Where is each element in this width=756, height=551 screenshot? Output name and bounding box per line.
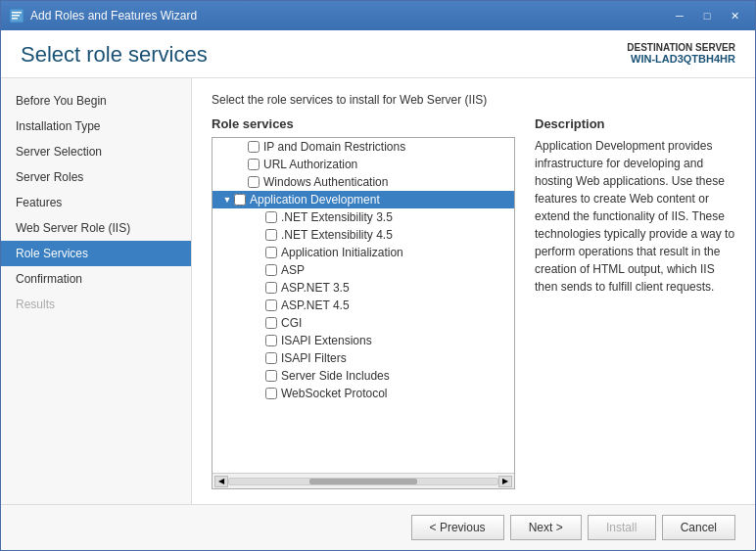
window-title: Add Roles and Features Wizard <box>30 9 197 23</box>
expand-icon <box>252 316 265 330</box>
sidebar-item-web-server-role[interactable]: Web Server Role (IIS) <box>1 215 191 241</box>
install-button: Install <box>588 515 656 540</box>
checkbox-aspnet-45[interactable] <box>265 299 277 311</box>
item-label: Windows Authentication <box>263 175 388 189</box>
sidebar-item-before-you-begin[interactable]: Before You Begin <box>1 88 191 114</box>
list-item[interactable]: ASP <box>213 261 514 279</box>
expand-icon <box>234 158 248 171</box>
checkbox-app-init[interactable] <box>265 247 277 258</box>
list-item[interactable]: Application Initialization <box>213 244 514 261</box>
svg-rect-2 <box>12 15 20 17</box>
sidebar-item-installation-type[interactable]: Installation Type <box>1 114 191 139</box>
window-controls: ─ □ ✕ <box>667 6 747 25</box>
role-services-list-scroll[interactable]: IP and Domain Restrictions URL Authoriza… <box>213 138 514 473</box>
expand-icon <box>252 351 265 365</box>
description-text: Application Development provides infrast… <box>535 137 735 296</box>
list-item[interactable]: ISAPI Filters <box>213 349 514 367</box>
horizontal-scrollbar[interactable]: ◀ ▶ <box>213 473 514 488</box>
scroll-right-button[interactable]: ▶ <box>498 476 512 487</box>
item-label: ASP.NET 4.5 <box>281 298 350 312</box>
checkbox-isapi-ext[interactable] <box>265 335 277 346</box>
list-item[interactable]: ASP.NET 4.5 <box>213 297 514 314</box>
sidebar-item-role-services[interactable]: Role Services <box>1 241 191 266</box>
checkbox-ip-domain[interactable] <box>248 141 260 153</box>
maximize-button[interactable]: □ <box>694 6 720 25</box>
checkbox-net-ext-45[interactable] <box>265 229 277 241</box>
checkbox-isapi-filters[interactable] <box>265 352 277 364</box>
expand-icon <box>252 387 265 400</box>
scroll-left-button[interactable]: ◀ <box>214 476 228 487</box>
content-area: Select the role services to install for … <box>192 78 755 504</box>
server-info: DESTINATION SERVER WIN-LAD3QTBH4HR <box>627 42 735 65</box>
item-label: URL Authorization <box>263 158 357 171</box>
checkbox-aspnet-35[interactable] <box>265 282 277 294</box>
list-item[interactable]: IP and Domain Restrictions <box>213 138 514 156</box>
list-item[interactable]: WebSocket Protocol <box>213 385 514 402</box>
item-label: ISAPI Extensions <box>281 334 372 347</box>
server-label: DESTINATION SERVER <box>627 42 735 53</box>
list-item[interactable]: CGI <box>213 314 514 332</box>
role-services-label: Role services <box>212 116 515 131</box>
server-name: WIN-LAD3QTBH4HR <box>627 53 735 65</box>
description-label: Description <box>535 116 735 131</box>
list-item[interactable]: URL Authorization <box>213 156 514 173</box>
sidebar-item-confirmation[interactable]: Confirmation <box>1 266 191 292</box>
minimize-button[interactable]: ─ <box>667 6 692 25</box>
checkbox-net-ext-35[interactable] <box>265 211 277 223</box>
item-label: Server Side Includes <box>281 369 390 383</box>
item-label: ISAPI Filters <box>281 351 347 365</box>
checkbox-server-side-includes[interactable] <box>265 370 277 382</box>
checkbox-asp[interactable] <box>265 264 277 276</box>
list-item[interactable]: .NET Extensibility 4.5 <box>213 226 514 244</box>
list-item[interactable]: .NET Extensibility 3.5 <box>213 208 514 226</box>
list-item-app-dev[interactable]: ▼ Application Development <box>213 191 514 208</box>
sidebar-item-features[interactable]: Features <box>1 190 191 215</box>
list-item[interactable]: ASP.NET 3.5 <box>213 279 514 297</box>
expand-icon <box>252 246 265 259</box>
svg-rect-3 <box>12 18 18 20</box>
main-window: Add Roles and Features Wizard ─ □ ✕ Sele… <box>0 0 756 551</box>
footer: < Previous Next > Install Cancel <box>1 504 755 550</box>
sidebar-item-server-roles[interactable]: Server Roles <box>1 164 191 190</box>
page-title: Select role services <box>21 42 208 68</box>
app-icon <box>9 8 24 23</box>
close-button[interactable]: ✕ <box>722 6 747 25</box>
previous-button[interactable]: < Previous <box>411 515 504 540</box>
item-label: IP and Domain Restrictions <box>263 140 405 154</box>
list-item[interactable]: Server Side Includes <box>213 367 514 385</box>
list-item[interactable]: ISAPI Extensions <box>213 332 514 349</box>
item-label: ASP <box>281 263 305 277</box>
item-label: ASP.NET 3.5 <box>281 281 350 295</box>
sidebar-item-server-selection[interactable]: Server Selection <box>1 139 191 164</box>
item-label: WebSocket Protocol <box>281 387 388 400</box>
item-label: .NET Extensibility 4.5 <box>281 228 393 242</box>
list-item[interactable]: Windows Authentication <box>213 173 514 191</box>
scroll-thumb[interactable] <box>309 479 417 484</box>
role-services-panel: Role services IP and Domain Restrictions <box>212 116 515 489</box>
expand-icon <box>252 228 265 242</box>
item-label: .NET Extensibility 3.5 <box>281 210 393 224</box>
title-bar: Add Roles and Features Wizard ─ □ ✕ <box>1 1 755 30</box>
item-label: Application Initialization <box>281 246 403 259</box>
item-label: CGI <box>281 316 302 330</box>
next-button[interactable]: Next > <box>510 515 582 540</box>
checkbox-websocket[interactable] <box>265 388 277 399</box>
scroll-track[interactable] <box>228 478 498 485</box>
content-intro: Select the role services to install for … <box>212 93 735 107</box>
page-header: Select role services DESTINATION SERVER … <box>1 30 755 78</box>
expand-icon <box>252 298 265 312</box>
role-services-list-container: IP and Domain Restrictions URL Authoriza… <box>212 137 515 489</box>
cancel-button[interactable]: Cancel <box>662 515 735 540</box>
collapse-icon[interactable]: ▼ <box>220 193 234 207</box>
checkbox-cgi[interactable] <box>265 317 277 329</box>
svg-rect-1 <box>12 12 22 14</box>
checkbox-windows-auth[interactable] <box>248 176 260 188</box>
sidebar-item-results: Results <box>1 292 191 317</box>
checkbox-url-auth[interactable] <box>248 159 260 170</box>
checkbox-app-dev[interactable] <box>234 194 246 206</box>
expand-icon <box>252 210 265 224</box>
description-panel: Description Application Development prov… <box>535 116 735 489</box>
expand-icon <box>252 334 265 347</box>
sidebar: Before You Begin Installation Type Serve… <box>1 78 192 504</box>
expand-icon <box>252 263 265 277</box>
